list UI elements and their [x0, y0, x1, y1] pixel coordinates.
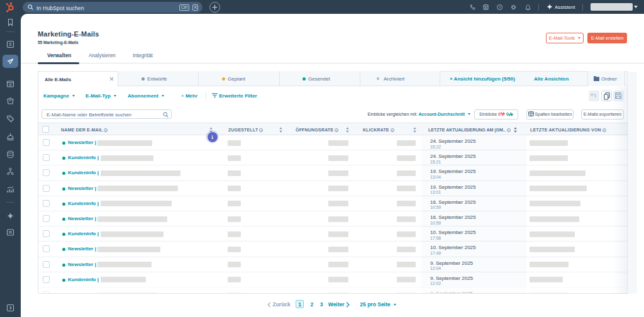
svg-text:?: ?: [499, 6, 501, 9]
